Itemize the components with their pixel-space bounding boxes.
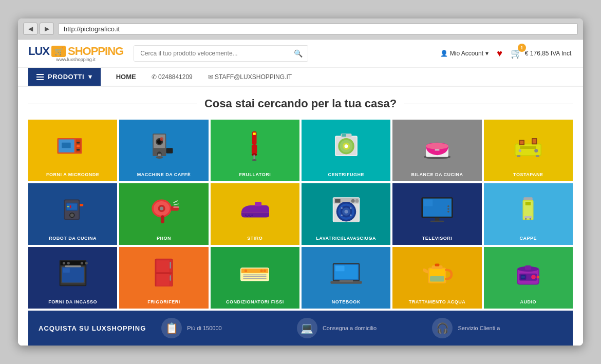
svg-rect-46 [536, 155, 539, 157]
categories-grid: FORNI A MICROONDE [28, 120, 573, 309]
search-bar: 🔍 [134, 45, 308, 62]
svg-point-148 [537, 276, 539, 278]
banner-feature-2: 💻 Consegna a domicilio [297, 318, 427, 338]
category-frigoriferi[interactable]: FRIGORIFERI [119, 247, 208, 309]
category-cappe[interactable]: CAPPE [484, 183, 573, 245]
category-centrifughe[interactable]: CENTRIFUGHE [302, 120, 390, 181]
cart-badge: 1 [518, 44, 526, 52]
svg-rect-7 [62, 143, 71, 148]
category-label: FORNI A MICROONDE [28, 170, 117, 178]
category-audio[interactable]: AUDIO [484, 247, 573, 309]
wishlist-button[interactable]: ♥ [497, 48, 502, 59]
prodotti-label: PRODOTTI [48, 73, 84, 81]
svg-point-75 [351, 199, 354, 203]
banner-feature-text-1: Più di 150000 [187, 325, 221, 331]
centrifuge-icon [328, 120, 364, 170]
category-label: LAVATRICI/LAVASCIUGA [302, 234, 390, 242]
tv-icon [419, 183, 455, 234]
email-address: ✉ STAFF@LUXSHOPPING.IT [208, 73, 292, 81]
category-forni-microonde[interactable]: FORNI A MICROONDE [28, 120, 117, 181]
svg-rect-124 [243, 274, 267, 275]
svg-point-101 [530, 218, 532, 220]
category-label: FORNI DA INCASSO [28, 297, 117, 305]
iron-icon [237, 183, 273, 234]
svg-rect-89 [424, 200, 433, 206]
robot-icon [55, 183, 91, 234]
banner-icon-2: 💻 [297, 318, 317, 338]
category-stiro[interactable]: STIRO [211, 183, 299, 245]
prodotti-button[interactable]: PRODOTTI ▾ [28, 68, 101, 86]
category-label: CENTRIFUGHE [302, 170, 390, 178]
svg-point-128 [260, 270, 263, 272]
category-notebook[interactable]: NOTEBOOK [302, 247, 390, 309]
section-title: Cosa stai cercando per la tua casa? [28, 97, 573, 110]
svg-rect-117 [170, 262, 171, 269]
search-input[interactable] [134, 46, 289, 61]
svg-rect-140 [430, 276, 444, 282]
category-robot-cucina[interactable]: ROBOT DA CUCINA [28, 183, 117, 245]
svg-point-67 [249, 215, 250, 216]
category-label: ROBOT DA CUCINA [28, 234, 117, 242]
svg-point-107 [81, 262, 83, 264]
svg-point-34 [426, 143, 448, 149]
address-bar[interactable]: http://pictografico.it [58, 23, 578, 35]
home-link[interactable]: HOME [116, 68, 136, 86]
svg-rect-113 [65, 265, 81, 267]
category-trattamento-acqua[interactable]: TRATTAMENTO ACQUA [392, 247, 481, 309]
header-right: 👤 Mio Account ▾ ♥ 🛒 1 € 176,85 IVA Incl. [440, 48, 573, 59]
category-label: TRATTAMENTO ACQUA [392, 297, 481, 305]
category-tostapane[interactable]: TOSTAPANE [484, 120, 573, 181]
phone-number: ✆ 0248841209 [152, 73, 193, 81]
svg-rect-133 [335, 266, 345, 272]
svg-point-81 [344, 210, 348, 214]
svg-point-22 [252, 159, 257, 161]
banner-feature-1: 📋 Più di 150000 [161, 318, 292, 338]
cart-area[interactable]: 🛒 1 € 176,85 IVA Incl. [511, 48, 573, 59]
svg-rect-144 [525, 265, 531, 270]
svg-rect-51 [67, 206, 69, 207]
svg-point-76 [355, 199, 359, 203]
account-link[interactable]: 👤 Mio Account ▾ [440, 50, 489, 57]
microwave-icon [55, 120, 91, 170]
svg-rect-135 [340, 280, 353, 282]
category-forni-incasso[interactable]: FORNI DA INCASSO [28, 247, 117, 309]
forward-button[interactable]: ▶ [40, 23, 54, 35]
category-label: BILANCE DA CUCINA [392, 170, 481, 178]
nav-bar: PRODOTTI ▾ HOME ✆ 0248841209 ✉ STAFF@LUX… [18, 68, 583, 87]
category-label: CONDIZIONATORI FISSI [211, 297, 299, 305]
svg-point-127 [245, 270, 247, 272]
category-bilance-cucina[interactable]: BILANCE DA CUCINA [392, 120, 481, 181]
svg-rect-139 [435, 263, 440, 266]
category-label: MACCHINE DA CAFFÈ [119, 170, 208, 178]
category-televisori[interactable]: TELEVISORI [392, 183, 481, 245]
category-condizionatori[interactable]: CONDIZIONATORI FISSI [211, 247, 299, 309]
category-label: TOSTAPANE [484, 170, 573, 178]
svg-rect-118 [170, 275, 171, 281]
svg-rect-120 [157, 274, 170, 286]
hood-icon [510, 183, 546, 234]
svg-line-62 [174, 201, 177, 203]
category-label: FRULLATORI [211, 170, 299, 178]
svg-point-28 [344, 144, 348, 148]
svg-rect-126 [243, 278, 267, 279]
svg-rect-42 [520, 146, 537, 149]
account-chevron: ▾ [485, 50, 489, 57]
svg-point-70 [250, 216, 251, 217]
category-frullatori[interactable]: FRULLATORI [211, 120, 299, 181]
svg-rect-74 [335, 199, 341, 203]
category-phon[interactable]: PHON [119, 183, 208, 245]
svg-point-61 [160, 207, 163, 210]
search-button[interactable]: 🔍 [289, 46, 308, 61]
svg-rect-45 [517, 155, 520, 157]
category-label: STIRO [211, 234, 299, 242]
oven-icon [55, 247, 91, 297]
back-button[interactable]: ◀ [23, 23, 37, 35]
category-lavatrici[interactable]: LAVATRICI/LAVASCIUGA [302, 183, 390, 245]
logo[interactable]: LUX 🛒 SHOPPING www.luxshopping.it [28, 45, 123, 62]
prodotti-arrow: ▾ [88, 73, 92, 81]
logo-cart-icon: 🛒 [51, 46, 66, 57]
category-macchine-caffe[interactable]: MACCHINE DA CAFFÈ [119, 120, 208, 181]
svg-point-54 [70, 214, 73, 217]
category-label: AUDIO [484, 297, 573, 305]
fridge-icon [146, 247, 182, 297]
